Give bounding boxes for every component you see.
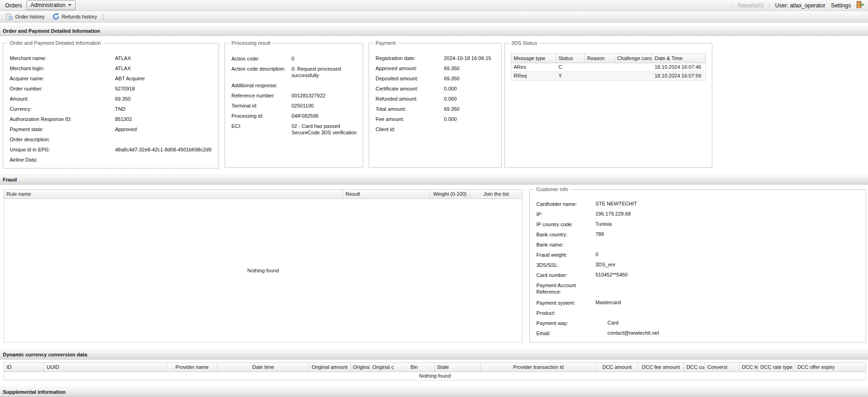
cell-challenge-cancel — [615, 72, 652, 80]
toolbar: Order history Refunds history — [0, 11, 868, 23]
field-label: Fraud weight: — [536, 252, 595, 258]
column-header[interactable]: Challenge cancel — [615, 54, 652, 63]
row-auth-response-id: Authorization Response ID:851302 — [10, 116, 219, 126]
field-value: 69.350 — [444, 66, 460, 71]
administration-label: Administration — [30, 2, 66, 8]
field-value: 48a8c4d7-32e8-42c1-8d08-4501b698c2d9 — [115, 147, 212, 152]
reports-menu-item[interactable]: Reports(0) — [737, 2, 764, 9]
column-header[interactable]: Join the list — [470, 190, 522, 198]
field-value: 5270918 — [115, 86, 135, 91]
cell-message-type: ARes — [511, 63, 556, 72]
row-3ds-ssl: 3DS/SSL:3DS_enr — [536, 262, 866, 272]
field-value: 02501100 — [291, 102, 361, 109]
dcc-section: ID UUID Provider name Date time Original… — [0, 360, 868, 385]
column-header[interactable]: Date & Time — [652, 54, 706, 63]
field-value: 0: Request processed successfully — [291, 66, 361, 78]
settings-menu-item[interactable]: Settings — [831, 2, 851, 9]
cell-datetime: 18.10.2024 16:07:59 — [652, 72, 706, 80]
cell-status: Y — [556, 72, 585, 80]
column-header[interactable]: DCC fee — [740, 363, 758, 372]
field-label: Action code description: — [231, 66, 291, 72]
refunds-history-button[interactable]: Refunds history — [49, 12, 100, 21]
fraud-table-body: Nothing found — [4, 199, 522, 343]
row-bank-country: Bank country:788 — [536, 231, 866, 241]
menubar-tab-administration[interactable]: Administration — [26, 0, 76, 10]
field-label: IP country code: — [536, 221, 595, 228]
row-order-description: Order description: — [10, 137, 219, 147]
separator — [769, 2, 770, 9]
field-value: 788 — [595, 231, 604, 237]
processing-result-panel: Processing result Action code:0 Action c… — [225, 43, 363, 168]
column-header[interactable]: Conversi — [705, 363, 740, 372]
cell-reason — [585, 63, 615, 72]
column-header[interactable]: Provider transaction id — [481, 363, 596, 372]
column-header[interactable]: Rule name — [4, 190, 343, 198]
field-label: Reference number: — [231, 92, 291, 99]
row-certificate-amount: Certificate amount:0.000 — [376, 86, 501, 96]
panel-legend: Payment — [373, 40, 398, 46]
spacer — [0, 23, 868, 26]
field-label: Merchant name: — [10, 55, 115, 61]
dcc-table-header: ID UUID Provider name Date time Original… — [4, 362, 866, 372]
table-row[interactable]: ARes C 18.10.2024 16:07:46 — [511, 63, 706, 72]
field-label: Fee amount: — [376, 116, 444, 122]
fraud-rules-table: Rule name Result Weight (0-100) Join the… — [4, 189, 522, 343]
row-currency: Currency:TND — [10, 106, 219, 116]
column-header[interactable]: Original f — [351, 363, 370, 372]
column-header[interactable]: DCC fee amount — [638, 363, 684, 372]
column-header[interactable]: UUID — [44, 363, 167, 372]
panel-legend: Processing result — [229, 40, 273, 46]
column-header[interactable]: Provider name — [167, 363, 218, 372]
row-fee-amount: Fee amount:0.000 — [376, 116, 501, 126]
column-header[interactable]: Weight (0-100) — [430, 190, 470, 198]
row-fraud-weight: Fraud weight:0 — [536, 252, 866, 262]
field-label: Certificate amount: — [376, 86, 444, 91]
field-label: Airline Data: — [10, 157, 115, 162]
cell-status: C — [556, 63, 585, 72]
three-ds-table-header: Message type Status Reason Challenge can… — [511, 54, 706, 63]
field-value: 69.350 — [444, 106, 460, 112]
field-label: Merchant login: — [10, 66, 115, 71]
column-header[interactable]: Status — [556, 54, 585, 63]
field-value: 001281327922 — [291, 92, 361, 99]
cell-datetime: 18.10.2024 16:07:46 — [652, 63, 706, 72]
row-client-id: Client id: — [376, 126, 501, 137]
column-header[interactable]: Original c — [370, 363, 394, 372]
field-value: 0.000 — [444, 116, 457, 122]
separator — [731, 2, 732, 9]
table-row[interactable]: RReq Y 18.10.2024 16:07:59 — [511, 72, 706, 81]
column-header[interactable]: State — [435, 363, 481, 372]
field-label: Payment state: — [10, 126, 115, 132]
row-card-number: Card number:510452**5450 — [536, 272, 866, 282]
column-header[interactable]: Reason — [585, 54, 615, 63]
detail-panels-row: Order and Payment Detailed Information M… — [0, 36, 868, 173]
column-header[interactable]: Bin — [394, 363, 435, 372]
panel-legend: 3DS Status — [509, 40, 540, 46]
column-header[interactable]: Result — [343, 190, 430, 198]
column-header[interactable]: DCC offer expiry — [795, 363, 866, 372]
section-header-main: Order and Payment Detailed Information — [0, 26, 868, 36]
order-history-button[interactable]: Order history — [2, 12, 48, 21]
order-info-panel: Order and Payment Detailed Information M… — [3, 43, 219, 168]
row-action-code-description: Action code description:0: Request proce… — [231, 66, 363, 78]
field-label: Card number: — [536, 272, 595, 278]
row-processing-id: Processing id:04IF082595 — [231, 113, 363, 119]
column-header[interactable]: Original amount — [309, 363, 351, 372]
menubar-tab-orders[interactable]: Orders — [1, 1, 26, 10]
row-cardholder-name: Cardholder name:STE NEWTECHIT — [536, 201, 866, 211]
column-header[interactable]: Date time — [218, 363, 309, 372]
customer-info-panel: Customer info Cardholder name:STE NEWTEC… — [529, 189, 866, 343]
field-value: TND — [115, 106, 126, 112]
dcc-empty-state: Nothing found — [4, 372, 866, 380]
column-header[interactable]: DCC rate type — [758, 363, 795, 372]
column-header[interactable]: ID — [4, 363, 44, 372]
section-header-supplemental: Supplemental information — [0, 387, 868, 397]
row-ip-country-code: IP country code:Tunisia — [536, 221, 866, 231]
column-header[interactable]: DCC curr — [684, 363, 705, 372]
logout-door-icon[interactable] — [856, 1, 864, 10]
column-header[interactable]: DCC amount — [596, 363, 638, 372]
empty-state-text: Nothing found — [247, 268, 279, 273]
field-label: 3DS/SSL: — [536, 262, 595, 268]
column-header[interactable]: Message type — [511, 54, 556, 63]
row-airline-data: Airline Data: — [10, 157, 219, 167]
